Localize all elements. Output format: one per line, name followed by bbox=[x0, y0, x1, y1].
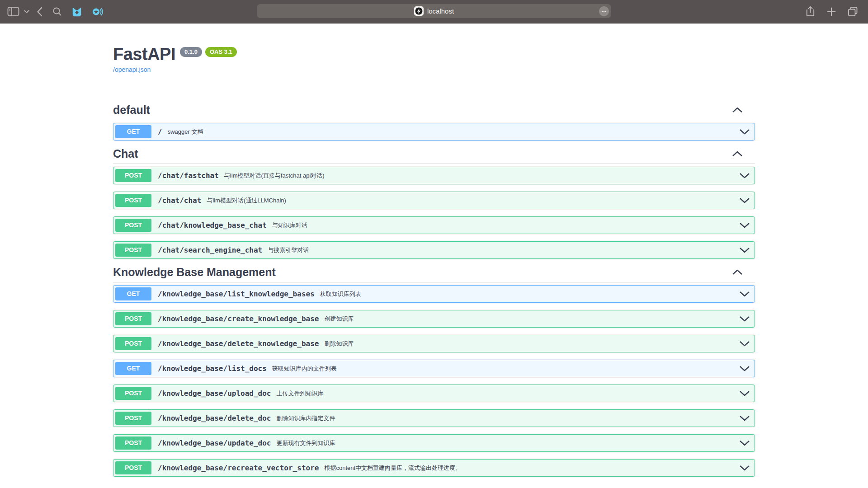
method-badge: GET bbox=[115, 287, 151, 300]
share-button[interactable] bbox=[806, 6, 815, 17]
method-badge: POST bbox=[115, 337, 151, 350]
expand-chevron-down-icon[interactable] bbox=[739, 366, 750, 371]
expand-chevron-down-icon[interactable] bbox=[739, 222, 750, 228]
expand-chevron-down-icon[interactable] bbox=[739, 197, 750, 203]
endpoint-description: 与llm模型对话(直接与fastchat api对话) bbox=[224, 172, 325, 180]
collapse-chevron-up-icon[interactable] bbox=[731, 269, 743, 275]
expand-chevron-down-icon[interactable] bbox=[739, 440, 750, 446]
back-button[interactable] bbox=[37, 7, 42, 17]
method-badge: POST bbox=[115, 219, 151, 232]
method-badge: GET bbox=[115, 362, 151, 375]
bookmark-extension-icon bbox=[72, 7, 82, 17]
endpoint-row-get[interactable]: GET /knowledge_base/list_knowledge_bases… bbox=[113, 285, 755, 303]
endpoint-description: 删除知识库内指定文件 bbox=[276, 414, 335, 422]
endpoint-row-post[interactable]: POST /knowledge_base/update_doc 更新现有文件到知… bbox=[113, 434, 755, 452]
tag-section-title: Knowledge Base Management bbox=[113, 266, 276, 278]
new-tab-button[interactable] bbox=[827, 7, 836, 16]
tag-section: Knowledge Base Management GET /knowledge… bbox=[113, 266, 755, 477]
endpoint-row-post[interactable]: POST /knowledge_base/delete_doc 删除知识库内指定… bbox=[113, 409, 755, 427]
tag-section-title: default bbox=[113, 104, 150, 116]
tag-section-header[interactable]: default bbox=[113, 104, 755, 120]
extension-radar-button[interactable] bbox=[92, 7, 103, 17]
swagger-ui-page: FastAPI 0.1.0 OAS 3.1 /openapi.json defa… bbox=[0, 23, 868, 488]
endpoint-row-post[interactable]: POST /knowledge_base/recreate_vector_sto… bbox=[113, 459, 755, 477]
endpoint-path: /chat/fastchat bbox=[158, 171, 219, 180]
url-text: localhost bbox=[427, 7, 454, 15]
endpoint-description: 根据content中文档重建向量库，流式输出处理进度。 bbox=[324, 464, 461, 472]
method-badge: POST bbox=[115, 387, 151, 400]
endpoint-path: /knowledge_base/create_knowledge_base bbox=[158, 314, 319, 323]
endpoint-description: 获取知识库内的文件列表 bbox=[272, 365, 337, 373]
tag-section-header[interactable]: Chat bbox=[113, 148, 755, 164]
endpoint-path: / bbox=[158, 127, 162, 136]
endpoint-description: 与llm模型对话(通过LLMChain) bbox=[207, 197, 286, 205]
site-favicon bbox=[414, 6, 424, 16]
method-badge: GET bbox=[115, 125, 151, 138]
tab-overview-button[interactable] bbox=[848, 6, 858, 17]
radar-star-extension-icon bbox=[92, 7, 103, 17]
expand-chevron-down-icon[interactable] bbox=[739, 341, 750, 347]
more-options-icon bbox=[601, 10, 607, 12]
expand-chevron-down-icon[interactable] bbox=[739, 390, 750, 396]
share-icon bbox=[806, 6, 815, 17]
method-badge: POST bbox=[115, 169, 151, 182]
expand-chevron-down-icon[interactable] bbox=[739, 247, 750, 253]
method-badge: POST bbox=[115, 194, 151, 207]
api-sections: default GET / swagger 文档 Chat POST /chat… bbox=[113, 104, 755, 477]
address-bar[interactable]: localhost bbox=[257, 4, 611, 18]
endpoint-description: 创建知识库 bbox=[324, 315, 354, 323]
expand-chevron-down-icon[interactable] bbox=[739, 173, 750, 178]
endpoint-row-get[interactable]: GET /knowledge_base/list_docs 获取知识库内的文件列… bbox=[113, 360, 755, 377]
search-button[interactable] bbox=[52, 7, 62, 16]
endpoint-description: 与搜索引擎对话 bbox=[268, 246, 309, 254]
endpoint-path: /chat/search_engine_chat bbox=[158, 246, 262, 254]
chevron-down-icon bbox=[24, 10, 29, 14]
sidebar-menu-button[interactable] bbox=[24, 10, 29, 14]
collapse-chevron-up-icon[interactable] bbox=[731, 151, 743, 157]
endpoint-row-post[interactable]: POST /chat/search_engine_chat 与搜索引擎对话 bbox=[113, 241, 755, 259]
endpoint-path: /knowledge_base/delete_knowledge_base bbox=[158, 339, 319, 348]
endpoint-row-get[interactable]: GET / swagger 文档 bbox=[113, 123, 755, 141]
extension-bookmark-button[interactable] bbox=[72, 7, 82, 17]
new-tab-icon bbox=[827, 7, 836, 16]
method-badge: POST bbox=[115, 436, 151, 450]
page-title: FastAPI bbox=[113, 45, 175, 63]
endpoint-path: /knowledge_base/delete_doc bbox=[158, 414, 271, 422]
tab-overview-icon bbox=[848, 6, 858, 17]
endpoint-row-post[interactable]: POST /knowledge_base/delete_knowledge_ba… bbox=[113, 335, 755, 352]
endpoint-row-post[interactable]: POST /chat/fastchat 与llm模型对话(直接与fastchat… bbox=[113, 167, 755, 184]
expand-chevron-down-icon[interactable] bbox=[739, 415, 750, 421]
method-badge: POST bbox=[115, 412, 151, 425]
endpoint-description: 获取知识库列表 bbox=[320, 290, 361, 298]
method-badge: POST bbox=[115, 244, 151, 257]
expand-chevron-down-icon[interactable] bbox=[739, 129, 750, 135]
expand-chevron-down-icon[interactable] bbox=[739, 291, 750, 297]
tag-section-header[interactable]: Knowledge Base Management bbox=[113, 266, 755, 282]
collapse-chevron-up-icon[interactable] bbox=[731, 107, 743, 113]
endpoint-path: /knowledge_base/recreate_vector_store bbox=[158, 464, 319, 472]
sidebar-icon bbox=[7, 6, 19, 17]
endpoint-description: 与知识库对话 bbox=[272, 221, 307, 230]
version-badge: 0.1.0 bbox=[180, 47, 202, 57]
page-options-button[interactable] bbox=[599, 6, 609, 16]
openapi-spec-link[interactable]: /openapi.json bbox=[113, 66, 151, 73]
sidebar-toggle-button[interactable] bbox=[7, 6, 19, 17]
endpoint-path: /knowledge_base/upload_doc bbox=[158, 389, 271, 398]
api-info: FastAPI 0.1.0 OAS 3.1 /openapi.json bbox=[113, 45, 755, 74]
endpoint-description: 更新现有文件到知识库 bbox=[276, 439, 335, 447]
endpoint-path: /chat/chat bbox=[158, 196, 201, 205]
expand-chevron-down-icon[interactable] bbox=[739, 465, 750, 471]
endpoint-row-post[interactable]: POST /chat/knowledge_base_chat 与知识库对话 bbox=[113, 216, 755, 234]
endpoint-description: 上传文件到知识库 bbox=[276, 389, 323, 398]
tag-section: Chat POST /chat/fastchat 与llm模型对话(直接与fas… bbox=[113, 148, 755, 259]
method-badge: POST bbox=[115, 312, 151, 325]
endpoint-row-post[interactable]: POST /knowledge_base/upload_doc 上传文件到知识库 bbox=[113, 385, 755, 402]
browser-toolbar: localhost bbox=[0, 0, 868, 23]
endpoint-path: /knowledge_base/list_knowledge_bases bbox=[158, 290, 315, 298]
endpoint-row-post[interactable]: POST /chat/chat 与llm模型对话(通过LLMChain) bbox=[113, 192, 755, 209]
tag-section-title: Chat bbox=[113, 148, 138, 160]
method-badge: POST bbox=[115, 461, 151, 474]
expand-chevron-down-icon[interactable] bbox=[739, 316, 750, 322]
search-icon bbox=[52, 7, 62, 16]
endpoint-row-post[interactable]: POST /knowledge_base/create_knowledge_ba… bbox=[113, 310, 755, 328]
